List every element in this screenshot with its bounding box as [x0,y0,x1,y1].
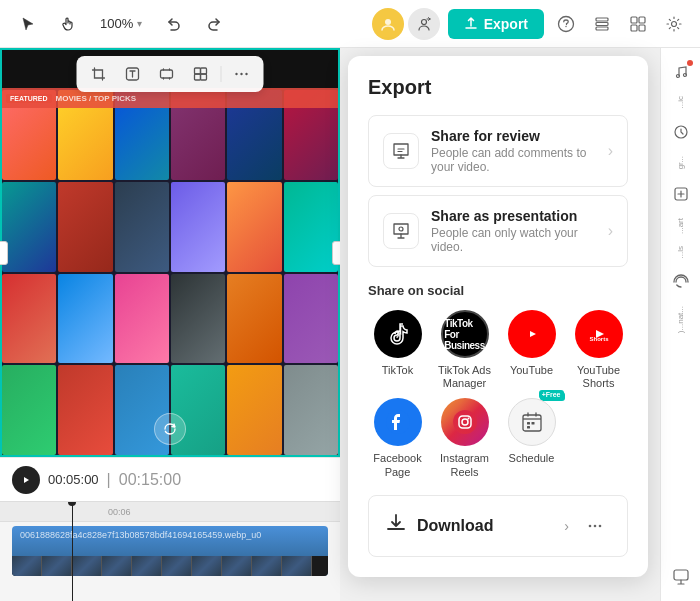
main-area: FEATURED MOVIES / TOP PICKS 00:05:00 | 0… [0,48,700,601]
svg-rect-4 [596,18,608,21]
canvas-area: FEATURED MOVIES / TOP PICKS 00:05:00 | 0… [0,48,340,601]
sidebar-icon-2[interactable] [665,116,697,148]
film-frame [42,556,72,576]
sidebar-icon-music[interactable] [665,56,697,88]
movie-tile [284,274,338,364]
more-options-icon[interactable] [228,60,256,88]
facebook-icon [374,398,422,446]
redo-button[interactable] [198,8,230,40]
film-frame [12,556,42,576]
review-text: Share for review People can add comments… [431,128,596,174]
clip-filename: 0061888628fa4c828e7f13b08578bdf416941654… [20,530,261,540]
download-chevron: › [564,518,569,534]
film-frame [162,556,192,576]
svg-point-0 [385,19,391,25]
share-as-presentation-card[interactable]: Share as presentation People can only wa… [368,195,628,267]
social-item-instagram[interactable]: Instagram Reels [435,398,494,478]
sidebar-text-1: ...ic [676,92,685,112]
export-button[interactable]: Export [448,9,544,39]
shapes-icon[interactable] [187,60,215,88]
zoom-chevron: ▾ [137,18,142,29]
film-frame [192,556,222,576]
svg-rect-8 [639,17,645,23]
layout-icon[interactable] [624,10,652,38]
right-side: Export Share for review People can add c… [340,48,700,601]
movie-tile [115,274,169,364]
download-icon [385,512,407,539]
playback-controls: 00:05:00 | 00:15:00 [0,457,340,501]
svg-rect-9 [631,25,637,31]
text-icon[interactable] [119,60,147,88]
svg-rect-5 [596,22,608,25]
video-canvas: FEATURED MOVIES / TOP PICKS [0,48,340,457]
svg-point-30 [467,418,469,420]
zoom-control[interactable]: 100% ▾ [92,12,150,35]
download-more-button[interactable] [579,510,611,542]
timeline-playhead[interactable] [72,502,73,601]
svg-rect-32 [527,422,530,425]
svg-rect-15 [201,68,207,74]
undo-button[interactable] [158,8,190,40]
settings-icon[interactable] [660,10,688,38]
sidebar-icon-bottom[interactable] [665,561,697,593]
presentation-chevron: › [608,222,613,240]
hand-tool-button[interactable] [52,8,84,40]
movie-tile [58,365,112,455]
movie-tile [115,182,169,272]
review-icon [383,133,419,169]
play-button[interactable] [12,466,40,494]
social-item-schedule[interactable]: +Free Schedule [502,398,561,478]
download-row[interactable]: Download › [368,495,628,557]
svg-rect-27 [453,410,477,434]
sidebar-text-2: gr... [676,152,685,173]
svg-point-1 [421,19,426,24]
zoom-label: 100% [100,16,133,31]
help-icon[interactable] [552,10,580,38]
share-for-review-card[interactable]: Share for review People can add comments… [368,115,628,187]
movie-tile [284,182,338,272]
frame-icon[interactable] [153,60,181,88]
svg-rect-13 [161,70,173,78]
movie-tile [2,274,56,364]
svg-point-39 [683,74,686,77]
social-item-facebook[interactable]: Facebook Page [368,398,427,478]
social-item-tiktok-ads[interactable]: TikTokForBusiness TikTok Ads Manager [435,310,494,390]
far-right-sidebar: ...ic gr... ...art ...ls [660,48,700,601]
top-toolbar: 100% ▾ [0,0,700,48]
crop-icon[interactable] [85,60,113,88]
youtube-icon [508,310,556,358]
social-grid: ♪ TikTok TikTokForBusiness TikTok Ads Ma… [368,310,628,479]
svg-point-11 [672,21,677,26]
svg-point-35 [589,524,592,527]
social-item-youtube-shorts[interactable]: Shorts YouTube Shorts [569,310,628,390]
track-clip[interactable]: 0061888628fa4c828e7f13b08578bdf416941654… [12,526,328,576]
social-item-youtube[interactable]: YouTube [502,310,561,390]
filmstrip [12,556,328,576]
instagram-label: Instagram Reels [435,452,494,478]
facebook-label: Facebook Page [368,452,427,478]
select-tool-button[interactable] [12,8,44,40]
instagram-icon [441,398,489,446]
video-overlay-toolbar [77,56,264,92]
toolbar-right: Export [372,8,688,40]
svg-text:Shorts: Shorts [589,336,609,342]
film-frame [132,556,162,576]
layers-icon[interactable] [588,10,616,38]
svg-point-20 [245,73,247,75]
share-person-icon[interactable] [408,8,440,40]
film-frame [282,556,312,576]
movie-tile [171,182,225,272]
free-badge: +Free [539,390,564,399]
current-time: 00:05:00 [48,472,99,487]
sidebar-icon-3[interactable] [665,178,697,210]
svg-rect-42 [674,570,688,580]
presentation-text: Share as presentation People can only wa… [431,208,596,254]
svg-point-37 [599,524,602,527]
social-item-tiktok[interactable]: ♪ TikTok [368,310,427,390]
schedule-label: Schedule [509,452,555,465]
sidebar-icon-4[interactable] [665,266,697,298]
refresh-button[interactable] [154,413,186,445]
movie-tile [171,274,225,364]
featured-badge: FEATURED [6,94,52,103]
movie-tile [2,182,56,272]
